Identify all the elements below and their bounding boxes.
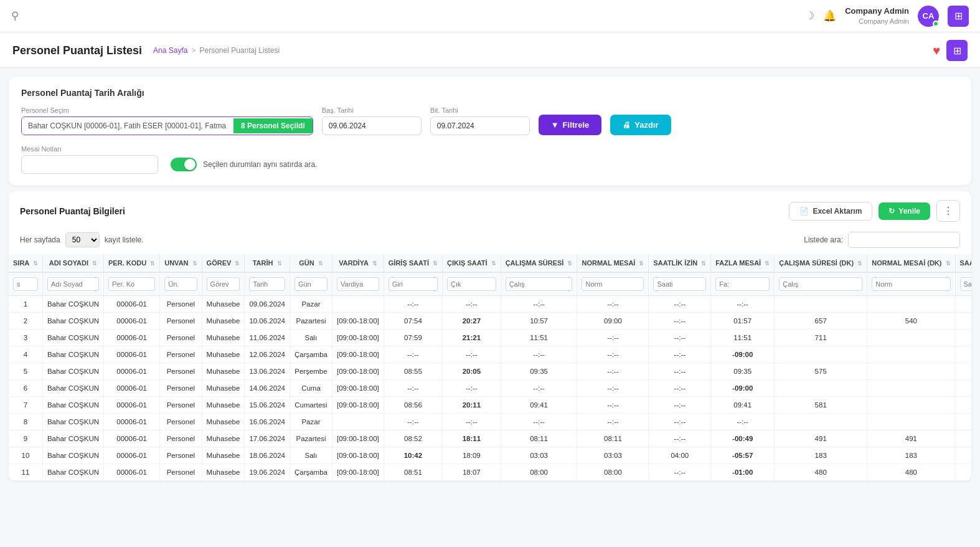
col-tarih[interactable]: TARİH ⇅ bbox=[245, 254, 290, 272]
filter-button[interactable]: ▼ Filtrele bbox=[539, 115, 602, 135]
table-row: 9Bahar COŞKUN00006-01PersonelMuhasebe17.… bbox=[9, 430, 971, 447]
notifications-icon[interactable]: 🔔 bbox=[823, 9, 836, 22]
print-icon: 🖨 bbox=[623, 120, 631, 130]
user-name: Company Admin bbox=[845, 6, 909, 17]
col-normal-dk[interactable]: NORMAL MESAİ (DK) ⇅ bbox=[867, 254, 955, 272]
breadcrumb-home[interactable]: Ana Sayfa bbox=[153, 46, 187, 55]
bit-tarihi-group: Bit. Tarihi bbox=[430, 107, 530, 135]
mesai-label: Mesai Notları bbox=[21, 145, 158, 153]
table-row: 6Bahar COŞKUN00006-01PersonelMuhasebe14.… bbox=[9, 380, 971, 397]
bas-tarihi-input[interactable] bbox=[322, 117, 422, 135]
breadcrumb-current: Personel Puantaj Listesi bbox=[199, 46, 280, 55]
filter-card: Personel Puantaj Tarih Aralığı Personel … bbox=[9, 77, 971, 185]
list-search-label: Listede ara: bbox=[804, 235, 843, 244]
table-row: 11Bahar COŞKUN00006-01PersonelMuhasebe19… bbox=[9, 464, 971, 481]
table-card-title: Personel Puantaj Bilgileri bbox=[20, 206, 125, 216]
col-gorev[interactable]: GÖREV ⇅ bbox=[202, 254, 245, 272]
bit-tarihi-label: Bit. Tarihi bbox=[430, 107, 530, 114]
table-card-header: Personel Puantaj Bilgileri 📄 Excel Aktar… bbox=[9, 191, 971, 228]
col-gun[interactable]: GÜN ⇅ bbox=[290, 254, 332, 272]
refresh-button[interactable]: ↻ Yenile bbox=[879, 202, 930, 220]
search-icon[interactable]: ⚲ bbox=[11, 9, 19, 22]
col-normal-mesai[interactable]: NORMAL MESAİ ⇅ bbox=[577, 254, 649, 272]
filter-saatlik[interactable] bbox=[653, 277, 706, 291]
page-header: Personel Puantaj Listesi Ana Sayfa > Per… bbox=[0, 32, 980, 68]
mesai-input[interactable] bbox=[21, 155, 158, 174]
app-grid-icon[interactable]: ⊞ bbox=[948, 6, 969, 27]
toggle-label: Seçilen durumları aynı satırda ara. bbox=[203, 160, 317, 169]
table-header-row: SIRA ⇅ ADI SOYADI ⇅ PER. KODU ⇅ UNVAN ⇅ … bbox=[9, 254, 971, 272]
filter-gun[interactable] bbox=[294, 277, 327, 291]
col-calisma[interactable]: ÇALIŞMA SÜRESİ ⇅ bbox=[501, 254, 577, 272]
dark-mode-icon[interactable]: ☽ bbox=[805, 9, 814, 22]
list-search-input[interactable] bbox=[848, 232, 960, 248]
per-page-prefix: Her sayfada bbox=[20, 235, 60, 244]
filter-normal[interactable] bbox=[582, 277, 644, 291]
col-cikis[interactable]: ÇIKIŞ SAATİ ⇅ bbox=[443, 254, 501, 272]
table-row: 2Bahar COŞKUN00006-01PersonelMuhasebe10.… bbox=[9, 313, 971, 330]
bit-tarihi-input[interactable] bbox=[430, 117, 530, 135]
per-page-wrap: Her sayfada 50 25 100 kayıt listele. bbox=[20, 232, 143, 247]
refresh-icon: ↻ bbox=[888, 207, 895, 216]
bas-tarihi-label: Baş. Tarihi bbox=[322, 107, 422, 114]
breadcrumb: Ana Sayfa > Personel Puantaj Listesi bbox=[153, 46, 280, 55]
table-row: 10Bahar COŞKUN00006-01PersonelMuhasebe18… bbox=[9, 447, 971, 464]
col-ad-soyad[interactable]: ADI SOYADI ⇅ bbox=[42, 254, 103, 272]
filter-per-ko[interactable] bbox=[108, 277, 155, 291]
data-table: SIRA ⇅ ADI SOYADI ⇅ PER. KODU ⇅ UNVAN ⇅ … bbox=[9, 254, 971, 481]
filter-calisma-dk[interactable] bbox=[779, 277, 862, 291]
table-row: 8Bahar COŞKUN00006-01PersonelMuhasebe16.… bbox=[9, 414, 971, 430]
filter-unvan[interactable] bbox=[164, 277, 197, 291]
table-row: 7Bahar COŞKUN00006-01PersonelMuhasebe15.… bbox=[9, 397, 971, 414]
personnel-input-wrap: 8 Personel Seçildi bbox=[21, 117, 313, 135]
user-role: Company Admin bbox=[845, 17, 909, 26]
personnel-group: Personel Seçim 8 Personel Seçildi bbox=[21, 107, 313, 135]
col-vardiya[interactable]: VARDİYA ⇅ bbox=[332, 254, 384, 272]
list-search-wrap: Listede ara: bbox=[804, 232, 960, 248]
personnel-input[interactable] bbox=[22, 117, 233, 135]
top-nav: ⚲ ☽ 🔔 Company Admin Company Admin CA ⊞ bbox=[0, 0, 980, 32]
filter-icon: ▼ bbox=[551, 120, 559, 130]
table-controls: Her sayfada 50 25 100 kayıt listele. Lis… bbox=[9, 228, 971, 254]
print-button[interactable]: 🖨 Yazdır bbox=[610, 115, 671, 135]
top-nav-left: ⚲ bbox=[11, 9, 19, 22]
filter-saatlik-dk[interactable] bbox=[960, 277, 971, 291]
per-page-select[interactable]: 50 25 100 bbox=[65, 232, 100, 247]
filter-fazla[interactable] bbox=[715, 277, 770, 291]
avatar[interactable]: CA bbox=[918, 6, 939, 27]
filter-calisma[interactable] bbox=[506, 277, 573, 291]
filter-tarih[interactable] bbox=[249, 277, 285, 291]
col-giris[interactable]: GİRİŞ SAATİ ⇅ bbox=[384, 254, 442, 272]
mesai-group: Mesai Notları bbox=[21, 145, 158, 174]
mesai-row: Mesai Notları Seçilen durumları aynı sat… bbox=[21, 145, 959, 174]
col-unvan[interactable]: UNVAN ⇅ bbox=[160, 254, 202, 272]
filter-normal-dk[interactable] bbox=[872, 277, 950, 291]
table-row: 4Bahar COŞKUN00006-01PersonelMuhasebe12.… bbox=[9, 346, 971, 363]
table-body: 1Bahar COŞKUN00006-01PersonelMuhasebe09.… bbox=[9, 296, 971, 481]
filter-vardiya[interactable] bbox=[337, 277, 379, 291]
filter-gorev[interactable] bbox=[207, 277, 240, 291]
filter-giris[interactable] bbox=[389, 277, 438, 291]
page-header-actions: ♥ ⊞ bbox=[933, 40, 968, 61]
toggle-switch[interactable] bbox=[171, 158, 197, 171]
excel-button[interactable]: 📄 Excel Aktarım bbox=[789, 202, 872, 221]
col-calisma-dk[interactable]: ÇALIŞMA SÜRESİ (DK) ⇅ bbox=[775, 254, 867, 272]
col-per-kodu[interactable]: PER. KODU ⇅ bbox=[104, 254, 160, 272]
filter-sira[interactable] bbox=[13, 277, 38, 291]
table-card: Personel Puantaj Bilgileri 📄 Excel Aktar… bbox=[9, 191, 971, 481]
menu-grid-icon[interactable]: ⊞ bbox=[946, 40, 968, 61]
filter-card-title: Personel Puantaj Tarih Aralığı bbox=[21, 88, 959, 98]
table-row: 3Bahar COŞKUN00006-01PersonelMuhasebe11.… bbox=[9, 330, 971, 346]
col-fazla-mesai[interactable]: FAZLA MESAİ ⇅ bbox=[711, 254, 775, 272]
online-indicator bbox=[933, 21, 939, 27]
filter-main-row: Personel Seçim 8 Personel Seçildi Baş. T… bbox=[21, 107, 959, 135]
filter-cikis[interactable] bbox=[447, 277, 496, 291]
filter-ad[interactable] bbox=[47, 277, 99, 291]
table-filter-row bbox=[9, 272, 971, 296]
more-options-button[interactable]: ⋮ bbox=[936, 200, 960, 222]
col-saatlik-dk[interactable]: SAATLİK İZİN (DK) ⇅ bbox=[955, 254, 971, 272]
table-row: 1Bahar COŞKUN00006-01PersonelMuhasebe09.… bbox=[9, 296, 971, 313]
col-saatlik-izin[interactable]: SAATLİK İZİN ⇅ bbox=[649, 254, 711, 272]
favorite-icon[interactable]: ♥ bbox=[933, 44, 940, 58]
col-sira[interactable]: SIRA ⇅ bbox=[9, 254, 42, 272]
